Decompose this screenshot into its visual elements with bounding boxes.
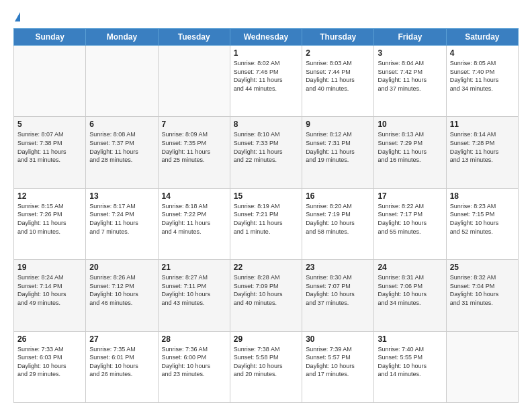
day-info: Sunrise: 8:07 AM Sunset: 7:38 PM Dayligh…	[17, 130, 82, 164]
day-info: Sunrise: 8:24 AM Sunset: 7:14 PM Dayligh…	[17, 273, 82, 307]
day-number: 15	[234, 191, 298, 201]
day-info: Sunrise: 8:26 AM Sunset: 7:12 PM Dayligh…	[89, 273, 154, 307]
day-number: 26	[17, 334, 82, 344]
calendar-header-monday: Monday	[86, 29, 158, 46]
day-info: Sunrise: 8:23 AM Sunset: 7:15 PM Dayligh…	[450, 202, 515, 236]
day-number: 10	[378, 120, 442, 129]
day-info: Sunrise: 8:20 AM Sunset: 7:19 PM Dayligh…	[306, 202, 370, 236]
calendar-cell: 18Sunrise: 8:23 AM Sunset: 7:15 PM Dayli…	[446, 188, 518, 259]
calendar-cell: 9Sunrise: 8:12 AM Sunset: 7:31 PM Daylig…	[302, 117, 374, 188]
calendar-cell: 30Sunrise: 7:39 AM Sunset: 5:57 PM Dayli…	[302, 331, 374, 402]
calendar-cell: 22Sunrise: 8:28 AM Sunset: 7:09 PM Dayli…	[230, 260, 302, 331]
day-info: Sunrise: 8:05 AM Sunset: 7:40 PM Dayligh…	[450, 59, 515, 93]
calendar-cell: 4Sunrise: 8:05 AM Sunset: 7:40 PM Daylig…	[446, 46, 518, 117]
day-number: 13	[89, 191, 154, 201]
calendar: SundayMondayTuesdayWednesdayThursdayFrid…	[13, 28, 519, 403]
day-number: 19	[17, 263, 82, 272]
day-info: Sunrise: 8:32 AM Sunset: 7:04 PM Dayligh…	[450, 273, 515, 307]
day-number: 25	[450, 263, 515, 272]
calendar-week-3: 12Sunrise: 8:15 AM Sunset: 7:26 PM Dayli…	[14, 188, 519, 259]
calendar-cell	[86, 46, 158, 117]
day-number: 24	[378, 263, 442, 272]
day-info: Sunrise: 7:36 AM Sunset: 6:00 PM Dayligh…	[162, 345, 226, 379]
day-number: 23	[306, 263, 370, 272]
calendar-cell: 19Sunrise: 8:24 AM Sunset: 7:14 PM Dayli…	[14, 260, 86, 331]
calendar-cell: 15Sunrise: 8:19 AM Sunset: 7:21 PM Dayli…	[230, 188, 302, 259]
day-info: Sunrise: 8:04 AM Sunset: 7:42 PM Dayligh…	[378, 59, 442, 93]
page: SundayMondayTuesdayWednesdayThursdayFrid…	[0, 0, 532, 411]
logo	[13, 12, 20, 21]
day-number: 11	[450, 120, 515, 129]
calendar-cell: 27Sunrise: 7:35 AM Sunset: 6:01 PM Dayli…	[86, 331, 158, 402]
calendar-cell	[158, 46, 230, 117]
calendar-cell: 28Sunrise: 7:36 AM Sunset: 6:00 PM Dayli…	[158, 331, 230, 402]
day-info: Sunrise: 8:30 AM Sunset: 7:07 PM Dayligh…	[306, 273, 370, 307]
calendar-cell: 7Sunrise: 8:09 AM Sunset: 7:35 PM Daylig…	[158, 117, 230, 188]
day-number: 9	[306, 120, 370, 129]
day-info: Sunrise: 8:27 AM Sunset: 7:11 PM Dayligh…	[162, 273, 226, 307]
calendar-cell: 5Sunrise: 8:07 AM Sunset: 7:38 PM Daylig…	[14, 117, 86, 188]
calendar-cell: 31Sunrise: 7:40 AM Sunset: 5:55 PM Dayli…	[374, 331, 446, 402]
day-number: 8	[234, 120, 298, 129]
day-info: Sunrise: 7:38 AM Sunset: 5:58 PM Dayligh…	[234, 345, 298, 379]
calendar-header-saturday: Saturday	[446, 29, 518, 46]
day-number: 14	[162, 191, 226, 201]
calendar-cell: 11Sunrise: 8:14 AM Sunset: 7:28 PM Dayli…	[446, 117, 518, 188]
calendar-cell: 10Sunrise: 8:13 AM Sunset: 7:29 PM Dayli…	[374, 117, 446, 188]
day-number: 28	[162, 334, 226, 344]
day-info: Sunrise: 8:03 AM Sunset: 7:44 PM Dayligh…	[306, 59, 370, 93]
calendar-week-5: 26Sunrise: 7:33 AM Sunset: 6:03 PM Dayli…	[14, 331, 519, 402]
day-info: Sunrise: 8:12 AM Sunset: 7:31 PM Dayligh…	[306, 130, 370, 164]
calendar-cell: 14Sunrise: 8:18 AM Sunset: 7:22 PM Dayli…	[158, 188, 230, 259]
day-info: Sunrise: 7:39 AM Sunset: 5:57 PM Dayligh…	[306, 345, 370, 379]
day-number: 17	[378, 191, 442, 201]
day-info: Sunrise: 8:19 AM Sunset: 7:21 PM Dayligh…	[234, 202, 298, 236]
day-info: Sunrise: 8:09 AM Sunset: 7:35 PM Dayligh…	[162, 130, 226, 164]
day-number: 30	[306, 334, 370, 344]
day-number: 4	[450, 48, 515, 58]
calendar-cell: 16Sunrise: 8:20 AM Sunset: 7:19 PM Dayli…	[302, 188, 374, 259]
day-number: 21	[162, 263, 226, 272]
header	[13, 12, 519, 21]
logo-triangle-icon	[15, 12, 20, 21]
day-info: Sunrise: 8:08 AM Sunset: 7:37 PM Dayligh…	[89, 130, 154, 164]
calendar-week-4: 19Sunrise: 8:24 AM Sunset: 7:14 PM Dayli…	[14, 260, 519, 331]
calendar-cell: 21Sunrise: 8:27 AM Sunset: 7:11 PM Dayli…	[158, 260, 230, 331]
day-number: 16	[306, 191, 370, 201]
day-number: 3	[378, 48, 442, 58]
day-info: Sunrise: 8:02 AM Sunset: 7:46 PM Dayligh…	[234, 59, 298, 93]
day-number: 1	[234, 48, 298, 58]
day-info: Sunrise: 8:22 AM Sunset: 7:17 PM Dayligh…	[378, 202, 442, 236]
calendar-cell: 3Sunrise: 8:04 AM Sunset: 7:42 PM Daylig…	[374, 46, 446, 117]
calendar-cell: 17Sunrise: 8:22 AM Sunset: 7:17 PM Dayli…	[374, 188, 446, 259]
calendar-header-friday: Friday	[374, 29, 446, 46]
calendar-cell: 12Sunrise: 8:15 AM Sunset: 7:26 PM Dayli…	[14, 188, 86, 259]
calendar-cell: 23Sunrise: 8:30 AM Sunset: 7:07 PM Dayli…	[302, 260, 374, 331]
calendar-header-wednesday: Wednesday	[230, 29, 302, 46]
calendar-cell: 29Sunrise: 7:38 AM Sunset: 5:58 PM Dayli…	[230, 331, 302, 402]
calendar-header-tuesday: Tuesday	[158, 29, 230, 46]
day-number: 5	[17, 120, 82, 129]
day-number: 27	[89, 334, 154, 344]
day-number: 22	[234, 263, 298, 272]
calendar-header-thursday: Thursday	[302, 29, 374, 46]
calendar-cell: 1Sunrise: 8:02 AM Sunset: 7:46 PM Daylig…	[230, 46, 302, 117]
day-number: 20	[89, 263, 154, 272]
day-info: Sunrise: 8:15 AM Sunset: 7:26 PM Dayligh…	[17, 202, 82, 236]
day-number: 6	[89, 120, 154, 129]
day-info: Sunrise: 8:14 AM Sunset: 7:28 PM Dayligh…	[450, 130, 515, 164]
day-info: Sunrise: 8:13 AM Sunset: 7:29 PM Dayligh…	[378, 130, 442, 164]
day-info: Sunrise: 8:10 AM Sunset: 7:33 PM Dayligh…	[234, 130, 298, 164]
day-info: Sunrise: 8:18 AM Sunset: 7:22 PM Dayligh…	[162, 202, 226, 236]
day-info: Sunrise: 7:33 AM Sunset: 6:03 PM Dayligh…	[17, 345, 82, 379]
calendar-cell: 8Sunrise: 8:10 AM Sunset: 7:33 PM Daylig…	[230, 117, 302, 188]
day-number: 31	[378, 334, 442, 344]
calendar-cell: 25Sunrise: 8:32 AM Sunset: 7:04 PM Dayli…	[446, 260, 518, 331]
calendar-week-1: 1Sunrise: 8:02 AM Sunset: 7:46 PM Daylig…	[14, 46, 519, 117]
calendar-body: 1Sunrise: 8:02 AM Sunset: 7:46 PM Daylig…	[14, 46, 519, 403]
calendar-cell: 26Sunrise: 7:33 AM Sunset: 6:03 PM Dayli…	[14, 331, 86, 402]
day-number: 7	[162, 120, 226, 129]
calendar-cell: 6Sunrise: 8:08 AM Sunset: 7:37 PM Daylig…	[86, 117, 158, 188]
day-number: 29	[234, 334, 298, 344]
calendar-cell	[446, 331, 518, 402]
